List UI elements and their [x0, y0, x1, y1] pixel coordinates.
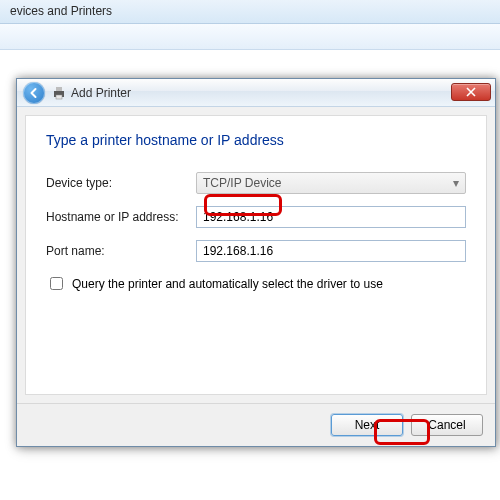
next-button[interactable]: Next [331, 414, 403, 436]
page-heading: Type a printer hostname or IP address [46, 132, 466, 148]
close-button[interactable] [451, 83, 491, 101]
dialog-titlebar: Add Printer [17, 79, 495, 107]
port-label: Port name: [46, 244, 196, 258]
printer-icon [51, 85, 67, 101]
parent-title-text: evices and Printers [10, 4, 112, 18]
hostname-input[interactable] [196, 206, 466, 228]
back-button[interactable] [23, 82, 45, 104]
port-row: Port name: [46, 240, 466, 262]
query-checkbox-row: Query the printer and automatically sele… [46, 274, 466, 293]
parent-toolbar [0, 24, 500, 50]
port-input[interactable] [196, 240, 466, 262]
device-type-value: TCP/IP Device [203, 176, 281, 190]
chevron-down-icon: ▾ [453, 176, 459, 190]
query-checkbox[interactable] [50, 277, 63, 290]
query-checkbox-label: Query the printer and automatically sele… [72, 277, 383, 291]
arrow-left-icon [28, 87, 40, 99]
device-type-label: Device type: [46, 176, 196, 190]
device-type-row: Device type: TCP/IP Device ▾ [46, 172, 466, 194]
hostname-row: Hostname or IP address: [46, 206, 466, 228]
device-type-select[interactable]: TCP/IP Device ▾ [196, 172, 466, 194]
svg-rect-2 [56, 95, 62, 99]
parent-window-title: evices and Printers [0, 0, 500, 24]
close-icon [466, 87, 476, 97]
svg-rect-1 [56, 87, 62, 91]
dialog-button-bar: Next Cancel [17, 403, 495, 446]
hostname-label: Hostname or IP address: [46, 210, 196, 224]
cancel-button[interactable]: Cancel [411, 414, 483, 436]
dialog-title: Add Printer [71, 86, 131, 100]
dialog-content: Type a printer hostname or IP address De… [25, 115, 487, 395]
add-printer-dialog: Add Printer Type a printer hostname or I… [16, 78, 496, 447]
